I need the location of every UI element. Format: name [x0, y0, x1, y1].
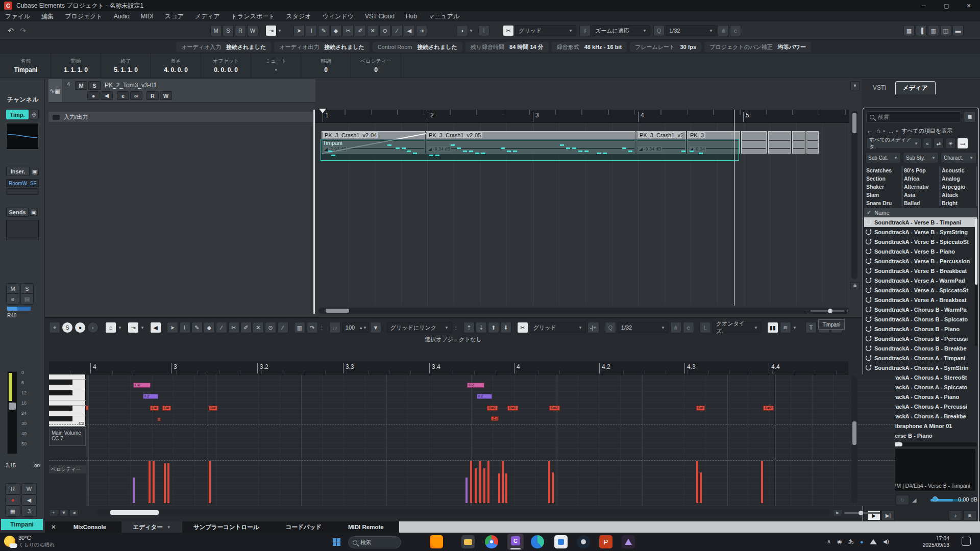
volume-knob[interactable] — [933, 496, 938, 502]
part-layers-button[interactable]: ≋ — [780, 322, 791, 333]
quantize-edit-button[interactable]: e — [730, 25, 741, 36]
editor-qedit-button[interactable]: e — [683, 322, 694, 333]
channel-edit-button[interactable]: e — [6, 293, 19, 305]
midi-note[interactable]: D#2 — [763, 406, 774, 411]
info-field[interactable]: 終了5. 1. 1. 0 — [101, 54, 151, 78]
filter-item[interactable]: Ballad — [904, 199, 939, 206]
monitor-button[interactable]: ◀ — [21, 494, 37, 506]
comment-caret[interactable]: ▼ — [469, 29, 473, 33]
lower-zone-tab[interactable]: MIDI Remote — [337, 521, 399, 533]
grid-mode-select[interactable]: ズームに適応▼ — [592, 25, 650, 36]
inserts-section-button[interactable]: Inser. — [6, 167, 30, 176]
transpose-button[interactable]: ⇣ — [476, 322, 487, 333]
tool-button[interactable]: ➔ — [416, 25, 427, 36]
tab-media[interactable]: メディア — [895, 81, 936, 94]
note-display[interactable]: G2F2D#D#D#G2F2D#2D#2C#D#2D#D#2 — [86, 374, 895, 506]
length-link-select[interactable]: グリッドにリンク▼ — [387, 322, 452, 333]
channel-export-icon[interactable]: ⎆ — [30, 110, 39, 119]
edge-icon[interactable] — [531, 535, 544, 548]
arrange-vscrollbar[interactable] — [851, 111, 857, 279]
velocity-bar[interactable] — [133, 478, 135, 503]
piano-key[interactable] — [49, 406, 72, 411]
snap-button[interactable]: ✂ — [503, 25, 514, 36]
breadcrumb-label[interactable]: すべての項目を表示 — [901, 127, 952, 135]
tool-button[interactable]: ✐ — [355, 25, 366, 36]
insert-slot-empty[interactable] — [6, 188, 39, 195]
midi-note[interactable]: D# — [162, 406, 171, 411]
results-view-button[interactable]: ≣ — [964, 111, 976, 122]
piano-key[interactable] — [49, 416, 72, 421]
info-field[interactable]: オフセット0. 0. 0. 0 — [201, 54, 251, 78]
tool-button[interactable]: ◀ — [404, 25, 415, 36]
layout-toggle-button[interactable]: ◫ — [940, 25, 951, 36]
layout-toggle-button[interactable]: ▥ — [928, 25, 939, 36]
tab-vsti[interactable]: VSTi — [866, 81, 893, 94]
scroll-right-button[interactable]: ► — [833, 509, 842, 516]
subcat-list[interactable]: ScratchesSectionShakerSlamSnare Dru — [866, 166, 903, 206]
lane-divider[interactable] — [49, 460, 895, 461]
info-field[interactable]: 開始1. 1. 1. 0 — [51, 54, 101, 78]
grid-type-select[interactable]: グリッド▼ — [515, 25, 576, 36]
snap-follow-icon[interactable]: ⌇ — [478, 25, 489, 36]
info-field[interactable]: 移調0 — [301, 54, 351, 78]
taskbar-search[interactable]: 検索 — [348, 536, 401, 548]
cc-lane-label[interactable]: Main VolumeCC 7 — [49, 429, 86, 446]
filter-item[interactable]: Section — [866, 174, 901, 183]
filter-item[interactable]: Attack — [942, 191, 976, 199]
filter-item[interactable]: Analog — [942, 174, 976, 183]
automation-button[interactable]: M — [210, 25, 222, 36]
automation-button[interactable]: S — [223, 25, 234, 36]
piano-key[interactable] — [49, 385, 86, 390]
media-vscrollbar[interactable] — [975, 218, 977, 346]
auto-select-caret[interactable]: ▼ — [118, 325, 122, 330]
editor-ruler[interactable]: 433.23.33.444.24.34.4 — [49, 361, 848, 374]
velocity-bar[interactable] — [552, 472, 554, 503]
velocity-lane-label[interactable]: ベロシティー — [49, 465, 86, 473]
app-icon[interactable] — [554, 535, 568, 548]
transpose-button[interactable]: ⬇ — [500, 322, 511, 333]
velocity-bar[interactable] — [487, 461, 489, 503]
editor-tool-button[interactable]: ∕ — [216, 322, 227, 333]
menu-item[interactable]: プロジェクト — [65, 12, 103, 21]
media-list-item[interactable]: SoundtrackA - Verse B - Timpani — [864, 217, 977, 227]
velocity-bar[interactable] — [700, 472, 702, 503]
event-display-button[interactable]: ▥ — [294, 322, 305, 333]
midi-part-timpani[interactable]: Timpani — [321, 139, 739, 161]
redo-button[interactable]: ↷ — [17, 25, 29, 36]
info-field[interactable]: ベロシティー0 — [351, 54, 401, 78]
add-lane-button[interactable]: + — [49, 509, 58, 516]
weather-widget[interactable]: 30°C くもりのち晴れ — [4, 534, 55, 548]
tracklist-arrange-divider[interactable] — [313, 110, 315, 314]
chrome-icon[interactable] — [485, 535, 498, 548]
grid-pm-button[interactable]: -|+ — [587, 322, 599, 333]
channel-name-button[interactable]: Timp. — [6, 110, 29, 119]
firefox-icon[interactable] — [430, 535, 443, 548]
layout-toggle-button[interactable]: ▦ — [903, 25, 915, 36]
peak-value-left[interactable]: -3.15 — [4, 463, 22, 468]
substyle-select[interactable]: Sub Sty.▼ — [903, 152, 939, 163]
name-column-header[interactable]: ✓Name — [864, 208, 977, 217]
automation-button[interactable]: W — [247, 25, 258, 36]
track-solo-button[interactable]: S — [88, 81, 101, 90]
write-automation-button[interactable]: W — [21, 483, 37, 494]
pin-button[interactable]: ⌖ — [49, 322, 60, 333]
loop-button[interactable]: ↷ — [307, 322, 318, 333]
midi-note[interactable]: D#2 — [487, 406, 498, 411]
file-explorer-icon[interactable] — [461, 535, 475, 548]
audio-event[interactable] — [768, 131, 791, 154]
media-list-item[interactable]: SoundtrackA - Verse A - Breakbeat — [864, 295, 977, 305]
media-list-item[interactable]: SoundtrackA - Verse B - SpiccatoSt — [864, 237, 977, 246]
sends-bypass-icon[interactable]: ▣ — [30, 209, 38, 216]
piano-key[interactable] — [49, 380, 72, 385]
steam-icon[interactable] — [577, 535, 590, 548]
media-vscroll-thumb[interactable] — [975, 218, 977, 285]
menu-item[interactable]: Hub — [406, 13, 417, 20]
editor-vscroll-thumb[interactable] — [852, 421, 856, 445]
editor-tool-button[interactable]: ➤ — [167, 322, 178, 333]
filter-item[interactable]: Arpeggio — [942, 183, 976, 191]
velocity-bar[interactable] — [465, 478, 468, 503]
maximize-button[interactable]: ▢ — [935, 0, 958, 11]
editor-quantize-select[interactable]: 1/32▼ — [618, 322, 669, 333]
pan-value[interactable]: R40 — [7, 313, 16, 318]
track-record-button[interactable]: ● — [87, 91, 100, 100]
